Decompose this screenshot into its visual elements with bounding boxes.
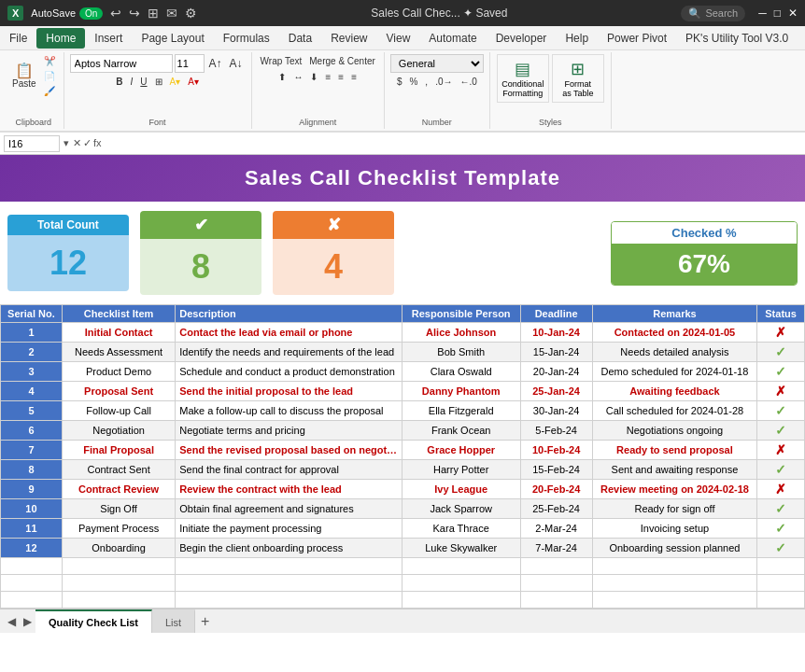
- clipboard-label: Clipboard: [16, 116, 52, 127]
- total-count-label: Total Count: [7, 215, 129, 235]
- cell-status: ✗: [757, 323, 805, 343]
- menu-automate[interactable]: Automate: [419, 28, 486, 49]
- copy-button[interactable]: 📄: [41, 69, 58, 83]
- formula-expand-icon[interactable]: ▾: [64, 137, 69, 149]
- cell-deadline: 20-Jan-24: [520, 362, 592, 382]
- decrease-font-button[interactable]: A↓: [227, 55, 246, 72]
- increase-decimal-button[interactable]: .0→: [432, 75, 455, 89]
- cell-person: Bob Smith: [402, 343, 520, 362]
- wrap-text-button[interactable]: Wrap Text: [258, 54, 305, 68]
- conditional-formatting-button[interactable]: ▤ Conditional Formatting: [497, 54, 549, 103]
- email-icon[interactable]: ✉: [166, 6, 177, 21]
- cell-desc: Identify the needs and requirements of t…: [176, 343, 402, 362]
- number-format-select[interactable]: General: [390, 54, 484, 73]
- spreadsheet-header-banner: Sales Call Checklist Template: [0, 155, 805, 202]
- menu-review[interactable]: Review: [321, 28, 376, 49]
- close-icon[interactable]: ✕: [788, 7, 798, 20]
- cell-desc: Contact the lead via email or phone: [176, 323, 402, 343]
- table-row: 6NegotiationNegotiate terms and pricingF…: [1, 421, 805, 441]
- menu-view[interactable]: View: [377, 28, 420, 49]
- format-as-table-button[interactable]: ⊞ Format as Table: [552, 54, 604, 103]
- increase-font-button[interactable]: A↑: [206, 55, 225, 72]
- sheet-nav-left[interactable]: ◀: [4, 613, 20, 630]
- align-top-button[interactable]: ⬆: [275, 70, 289, 84]
- cell-item: Sign Off: [62, 499, 175, 519]
- ribbon-font: A↑ A↓ B I U ⊞ A▾ A▾ Font: [64, 52, 252, 129]
- tab-quality-check-list[interactable]: Quality Check List: [35, 609, 152, 633]
- checked-label: ✔: [140, 211, 261, 239]
- cell-deadline: 5-Feb-24: [520, 421, 592, 441]
- font-color-button[interactable]: A▾: [185, 75, 202, 89]
- align-center-button[interactable]: ≡: [335, 70, 346, 84]
- fill-color-button[interactable]: A▾: [167, 75, 184, 89]
- tools-icon[interactable]: ⚙: [185, 6, 197, 21]
- maximize-icon[interactable]: □: [774, 7, 781, 20]
- menu-page-layout[interactable]: Page Layout: [132, 28, 213, 49]
- formula-input[interactable]: [106, 138, 801, 149]
- formula-insert-icon[interactable]: fx: [93, 137, 102, 149]
- menu-developer[interactable]: Developer: [487, 28, 557, 49]
- table-row: 8Contract SentSend the final contract fo…: [1, 460, 805, 480]
- autosave-toggle[interactable]: On: [79, 7, 103, 20]
- cell-person: Clara Oswald: [402, 362, 520, 382]
- italic-button[interactable]: I: [128, 75, 136, 89]
- bold-button[interactable]: B: [113, 75, 125, 89]
- underline-button[interactable]: U: [137, 75, 149, 89]
- cut-button[interactable]: ✂️: [41, 54, 58, 68]
- sheet-nav-right[interactable]: ▶: [20, 613, 35, 630]
- ribbon-alignment: Wrap Text Merge & Center ⬆ ↔ ⬇ ≡ ≡ ≡ Ali…: [252, 52, 385, 129]
- cell-serial: 2: [1, 343, 63, 362]
- align-right-button[interactable]: ≡: [348, 70, 360, 84]
- cell-serial: 12: [1, 539, 63, 558]
- border-button[interactable]: ⊞: [152, 75, 165, 89]
- percent-button[interactable]: %: [406, 75, 420, 89]
- format-painter-button[interactable]: 🖌️: [41, 84, 58, 98]
- align-left-button[interactable]: ≡: [322, 70, 333, 84]
- cell-deadline: 10-Feb-24: [520, 441, 592, 460]
- cell-reference-input[interactable]: [4, 135, 60, 152]
- undo-icon[interactable]: ↩: [110, 6, 121, 21]
- formula-cancel-icon[interactable]: ✕: [73, 137, 81, 149]
- align-bottom-button[interactable]: ⬇: [307, 70, 320, 84]
- decrease-decimal-button[interactable]: ←.0: [457, 75, 479, 89]
- status-check-icon: ✓: [775, 521, 786, 536]
- tab-list[interactable]: List: [152, 609, 195, 633]
- empty-cell: [592, 575, 756, 592]
- minimize-icon[interactable]: ─: [758, 7, 767, 20]
- status-check-icon: ✓: [775, 501, 786, 516]
- font-name-input[interactable]: [70, 54, 173, 73]
- menu-file[interactable]: File: [0, 28, 36, 49]
- unchecked-value: 4: [273, 239, 394, 295]
- cell-remarks: Call scheduled for 2024-01-28: [592, 401, 756, 421]
- search-box[interactable]: 🔍 Search: [681, 6, 745, 21]
- cell-serial: 3: [1, 362, 63, 382]
- empty-cell: [592, 558, 756, 575]
- menu-power-pivot[interactable]: Power Pivot: [598, 28, 676, 49]
- table-row: 2Needs AssessmentIdentify the needs and …: [1, 343, 805, 362]
- paste-button[interactable]: 📋Paste: [9, 62, 39, 91]
- menu-home[interactable]: Home: [36, 28, 85, 49]
- add-sheet-button[interactable]: +: [195, 613, 215, 630]
- sheet-tabs: ◀ ▶ Quality Check List List +: [0, 609, 805, 633]
- currency-button[interactable]: $: [394, 75, 405, 89]
- menu-insert[interactable]: Insert: [85, 28, 132, 49]
- menu-help[interactable]: Help: [556, 28, 598, 49]
- merge-center-button[interactable]: Merge & Center: [306, 54, 378, 68]
- menu-pk-tool[interactable]: PK's Utility Tool V3.0: [676, 28, 798, 49]
- cell-deadline: 10-Jan-24: [520, 323, 592, 343]
- font-size-input[interactable]: [175, 54, 205, 73]
- formula-confirm-icon[interactable]: ✓: [83, 137, 92, 149]
- checked-card: ✔ 8: [140, 211, 261, 295]
- menu-formulas[interactable]: Formulas: [214, 28, 279, 49]
- empty-cell: [757, 575, 805, 592]
- th-deadline: Deadline: [520, 305, 592, 323]
- status-x-icon: ✗: [775, 384, 786, 399]
- comma-button[interactable]: ,: [422, 75, 431, 89]
- number-label: Number: [422, 116, 452, 127]
- align-middle-button[interactable]: ↔: [290, 70, 305, 84]
- cell-status: ✓: [757, 421, 805, 441]
- menu-data[interactable]: Data: [279, 28, 321, 49]
- cell-person: Ella Fitzgerald: [402, 401, 520, 421]
- redo-icon[interactable]: ↪: [129, 6, 140, 21]
- grid-icon[interactable]: ⊞: [148, 6, 159, 21]
